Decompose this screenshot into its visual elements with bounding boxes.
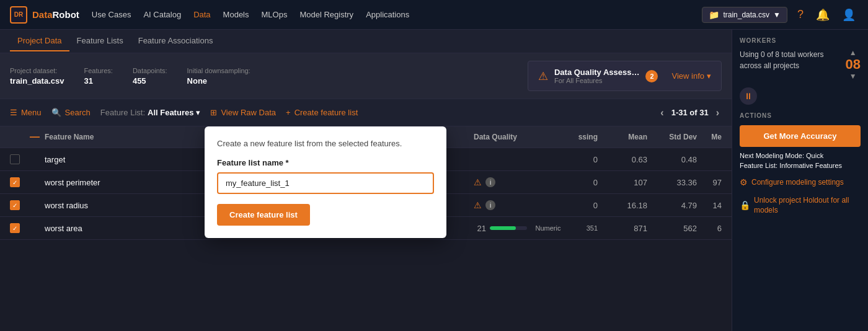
- info-icon[interactable]: i: [485, 177, 495, 187]
- nav-right: 📁 train_data.csv ▼ ? 🔔 👤: [702, 6, 858, 24]
- th-std-dev: Std Dev: [647, 133, 697, 141]
- prev-page-button[interactable]: ‹: [658, 106, 666, 120]
- menu-button[interactable]: ☰ Menu: [10, 108, 42, 117]
- checkbox-worst-radius[interactable]: [10, 200, 20, 210]
- stats-bar: Project dataset: train_data.csv Features…: [0, 53, 732, 99]
- row-mean-target: 0.63: [598, 155, 647, 164]
- row-me-worst-perimeter: 97: [697, 178, 722, 187]
- th-me: Me: [697, 133, 722, 141]
- row-checkbox-target[interactable]: [10, 154, 30, 164]
- checkbox-worst-area[interactable]: [10, 223, 20, 233]
- progress-bar-fill: [490, 226, 516, 230]
- main-layout: Project Data Feature Lists Feature Assoc…: [0, 30, 868, 331]
- nav-data[interactable]: Data: [193, 7, 210, 22]
- workers-down-arrow[interactable]: ▼: [849, 73, 857, 80]
- row-std-worst-area: 562: [647, 224, 697, 233]
- tab-project-data[interactable]: Project Data: [10, 31, 69, 51]
- dq-count: 2: [645, 70, 658, 82]
- view-raw-button[interactable]: ⊞ View Raw Data: [210, 108, 276, 117]
- row-mean-worst-radius: 16.18: [598, 201, 647, 210]
- search-icon: 🔍: [51, 108, 61, 117]
- feature-list-name-input[interactable]: [217, 172, 434, 194]
- dq-text-group: Data Quality Assess… For All Features: [554, 68, 640, 84]
- th-data-quality: Data Quality: [474, 133, 548, 141]
- create-feature-list-button[interactable]: + Create feature list: [286, 108, 358, 117]
- user-icon[interactable]: 👤: [839, 6, 858, 24]
- nav-applications[interactable]: Applications: [366, 7, 409, 22]
- downsampling-value: None: [187, 76, 250, 86]
- downsampling-label: Initial downsampling:: [187, 67, 250, 74]
- feature-list-selector[interactable]: Feature List: All Features ▾: [100, 108, 201, 117]
- progress-bar: [490, 226, 527, 230]
- row-checkbox-worst-radius[interactable]: [10, 200, 30, 210]
- toolbar: ☰ Menu 🔍 Search Feature List: All Featur…: [0, 99, 732, 126]
- stat-datapoints: Datapoints: 455: [133, 67, 187, 86]
- view-info-button[interactable]: View info ▾: [671, 71, 711, 81]
- get-more-accuracy-button[interactable]: Get More Accuracy: [740, 125, 861, 147]
- create-feature-list-popup: Create a new feature list from the selec…: [205, 126, 446, 238]
- top-nav: DR DataRobot Use Cases AI Catalog Data M…: [0, 0, 868, 30]
- configure-modeling-link[interactable]: ⚙ Configure modeling settings: [740, 177, 861, 189]
- workers-up-arrow[interactable]: ▲: [849, 49, 857, 56]
- actions-section-label: ACTIONS: [740, 112, 861, 119]
- view-raw-label: View Raw Data: [221, 108, 276, 117]
- pause-icon: ⏸: [744, 91, 753, 101]
- nav-models[interactable]: Models: [223, 7, 249, 22]
- create-feature-list-submit-button[interactable]: Create feature list: [217, 204, 310, 226]
- nav-ai-catalog[interactable]: AI Catalog: [143, 7, 181, 22]
- row-missing-worst-radius: 0: [548, 201, 598, 210]
- pagination-label: 1-31 of 31: [671, 108, 709, 117]
- feature-list-label: Feature List:: [100, 108, 145, 117]
- gear-icon: ⚙: [740, 177, 748, 189]
- file-selector[interactable]: 📁 train_data.csv ▼: [702, 7, 787, 23]
- row-std-target: 0.48: [647, 155, 697, 164]
- search-button[interactable]: 🔍 Search: [51, 108, 91, 117]
- lock-icon: 🔒: [740, 200, 750, 212]
- row-checkbox-worst-area[interactable]: [10, 223, 30, 233]
- view-info-chevron-icon: ▾: [707, 71, 711, 81]
- sidebar-feature-list-row: Feature List: Informative Features: [740, 162, 861, 169]
- row-dq-worst-radius: ⚠ i: [474, 200, 548, 210]
- dq-warning-icon: ⚠: [538, 69, 548, 83]
- feature-list-chevron-icon: ▾: [196, 108, 200, 117]
- nav-model-registry[interactable]: Model Registry: [299, 7, 353, 22]
- logo-icon: DR: [10, 6, 27, 24]
- th-minus-icon[interactable]: —: [30, 131, 45, 143]
- help-icon[interactable]: ?: [795, 6, 806, 24]
- datapoints-value: 455: [133, 76, 167, 86]
- bell-icon[interactable]: 🔔: [813, 6, 832, 24]
- next-page-button[interactable]: ›: [714, 106, 722, 120]
- sidebar-feature-list-value: Informative Features: [779, 162, 842, 169]
- view-info-label: View info: [671, 71, 704, 81]
- nav-mlops[interactable]: MLOps: [262, 7, 288, 22]
- dq-badge: ⚠ Data Quality Assess… For All Features …: [528, 61, 722, 91]
- unlock-holdout-label: Unlock project Holdout for all models: [754, 195, 861, 216]
- stat-features: Features: 31: [84, 67, 132, 86]
- left-content: Project Data Feature Lists Feature Assoc…: [0, 30, 732, 331]
- tab-feature-lists[interactable]: Feature Lists: [69, 31, 131, 51]
- row-type-worst-area: Numeric: [529, 224, 567, 232]
- nav-items: Use Cases AI Catalog Data Models MLOps M…: [92, 7, 702, 22]
- tab-feature-associations[interactable]: Feature Associations: [131, 31, 221, 51]
- row-mean-worst-area: 871: [598, 224, 647, 233]
- nav-use-cases[interactable]: Use Cases: [92, 7, 131, 22]
- unlock-holdout-link[interactable]: 🔒 Unlock project Holdout for all models: [740, 195, 861, 216]
- dataset-value: train_data.csv: [10, 76, 64, 86]
- row-mean-worst-perimeter: 107: [598, 178, 647, 187]
- modeling-mode-value: Quick: [806, 152, 823, 159]
- warning-icon: ⚠: [474, 200, 482, 210]
- row-checkbox-worst-perimeter[interactable]: [10, 177, 30, 187]
- info-icon[interactable]: i: [485, 200, 495, 210]
- plus-icon: +: [286, 108, 291, 117]
- modeling-mode-row: Next Modeling Mode: Quick: [740, 152, 861, 159]
- row-me-worst-area: 6: [697, 224, 722, 233]
- logo[interactable]: DR DataRobot: [10, 6, 79, 24]
- pagination: ‹ 1-31 of 31 ›: [658, 106, 722, 120]
- sidebar-feature-list-label: Feature List:: [740, 162, 777, 169]
- checkbox-worst-perimeter[interactable]: [10, 177, 20, 187]
- row-me-worst-radius: 14: [697, 201, 722, 210]
- modeling-mode-label: Next Modeling Mode:: [740, 152, 804, 159]
- row-std-worst-radius: 4.79: [647, 201, 697, 210]
- pause-button[interactable]: ⏸: [740, 87, 757, 105]
- checkbox-target[interactable]: [10, 154, 20, 164]
